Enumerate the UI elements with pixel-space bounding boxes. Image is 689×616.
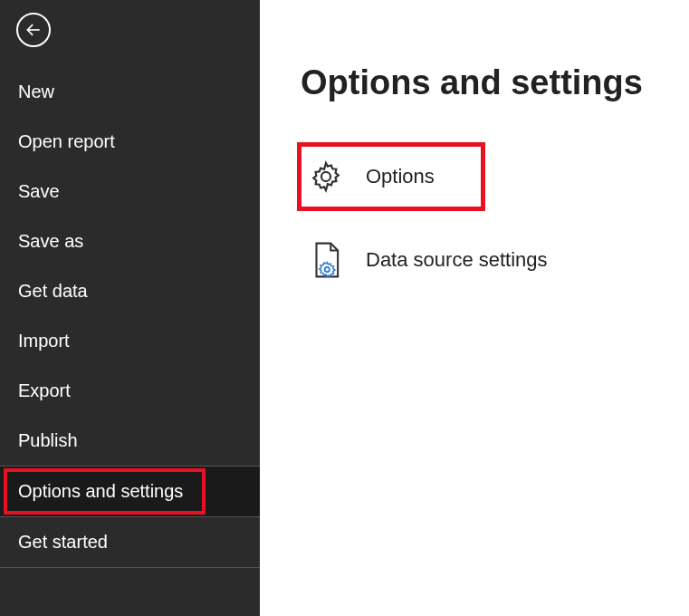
menu-item-get-data[interactable]: Get data xyxy=(0,266,260,316)
back-arrow-icon xyxy=(24,21,43,39)
menu-item-label: Get data xyxy=(18,281,88,301)
menu-item-export[interactable]: Export xyxy=(0,366,260,416)
menu-item-label: Export xyxy=(18,380,71,400)
back-button[interactable] xyxy=(16,13,51,47)
menu-item-label: New xyxy=(18,82,54,101)
menu-item-label: Options and settings xyxy=(18,481,183,501)
menu-divider xyxy=(0,567,260,568)
option-options[interactable]: Options xyxy=(301,146,482,207)
menu-item-label: Publish xyxy=(18,430,78,450)
option-data-source-settings[interactable]: Data source settings xyxy=(301,229,572,291)
menu-item-open-report[interactable]: Open report xyxy=(0,117,260,167)
menu-item-label: Import xyxy=(18,331,70,351)
file-gear-icon xyxy=(308,242,344,278)
svg-point-1 xyxy=(321,172,330,181)
main-panel: Options and settings Options Data source… xyxy=(260,0,689,616)
option-label: Options xyxy=(366,165,435,188)
option-label: Data source settings xyxy=(366,248,548,272)
svg-point-2 xyxy=(325,267,330,272)
menu-item-label: Save xyxy=(18,181,60,201)
menu-item-label: Get started xyxy=(18,532,108,552)
page-title: Options and settings xyxy=(301,63,662,102)
menu-item-options-and-settings[interactable]: Options and settings xyxy=(0,467,260,516)
menu-item-new[interactable]: New xyxy=(0,67,260,117)
menu-item-save[interactable]: Save xyxy=(0,167,260,217)
menu-item-label: Open report xyxy=(18,131,115,151)
gear-icon xyxy=(308,159,344,195)
menu-item-label: Save as xyxy=(18,231,83,251)
file-menu-sidebar: New Open report Save Save as Get data Im… xyxy=(0,0,260,616)
menu-item-save-as[interactable]: Save as xyxy=(0,217,260,266)
menu-item-import[interactable]: Import xyxy=(0,316,260,366)
menu-item-publish[interactable]: Publish xyxy=(0,416,260,466)
menu-item-get-started[interactable]: Get started xyxy=(0,517,260,567)
